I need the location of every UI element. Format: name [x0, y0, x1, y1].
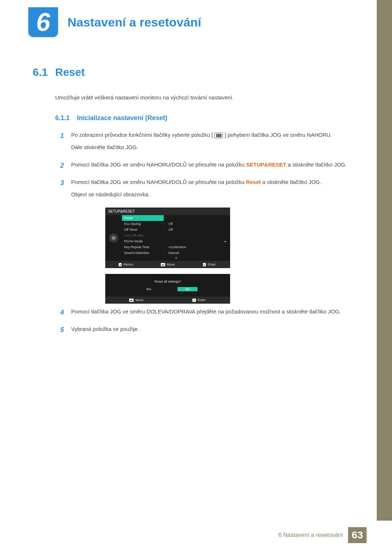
osd-footer-move: ◂▸Move: [147, 261, 189, 268]
osd-option-no: No: [177, 287, 198, 291]
emphasis-reset: Reset: [246, 179, 261, 185]
osd-footer-enter: ▸Enter: [188, 261, 230, 268]
osd-label: Source Detection: [124, 251, 164, 255]
emphasis-setup-reset: SETUP&RESET: [246, 161, 286, 168]
step-body: Pomocí tlačítka JOG ve směru NAHORU/DOLŮ…: [71, 160, 348, 173]
osd-row-eco: Eco Saving : Off: [122, 221, 230, 227]
section-title: Reset: [55, 66, 85, 78]
section-heading: 6.1 Reset: [33, 66, 348, 78]
step-number: 1: [60, 131, 71, 155]
osd-screenshot: SETUP&RESET Reset Eco Saving : Off Off T: [105, 208, 348, 304]
step-text: Vybraná položka se použije.: [71, 325, 348, 333]
osd-row-pcav: PC/AV Mode ▸: [122, 238, 230, 244]
osd-value: Off: [168, 222, 228, 226]
step-number: 5: [60, 325, 71, 337]
step-text: Po zobrazení průvodce funkčními tlačítky…: [71, 132, 213, 138]
subsection-number: 6.1.1: [55, 114, 77, 122]
step-text: Pomocí tlačítka JOG ve směru DOLEVA/DOPR…: [71, 307, 348, 316]
osd-footer: ◂Return ◂▸Move ▸Enter: [105, 261, 230, 268]
osd-confirm-question: Reset all settings?: [105, 274, 230, 287]
chapter-header: 6 Nastavení a resetování: [0, 0, 392, 37]
osd-title: SETUP&RESET: [105, 208, 230, 215]
osd-confirm-footer: ◂▸Move ↵Enter: [105, 296, 230, 304]
osd-row-keyrepeat: Key Repeat Time : Acceleration: [122, 244, 230, 250]
step-text: Pomocí tlačítka JOG ve směru NAHORU/DOLŮ…: [71, 179, 246, 185]
step-text: Dále stiskněte tlačítko JOG.: [71, 143, 348, 152]
section-intro: Umožňuje vrátit veškerá nastavení monito…: [55, 94, 348, 100]
step-body: Pomocí tlačítka JOG ve směru DOLEVA/DOPR…: [71, 307, 348, 320]
osd-footer-move: ◂▸Move: [105, 296, 168, 304]
menu-icon: [215, 133, 223, 138]
osd-confirm-options: Yes No: [105, 287, 230, 296]
osd-value: Acceleration: [168, 245, 228, 249]
subsection-title: Inicializace nastavení (Reset): [77, 114, 167, 122]
osd-value: Manual: [168, 251, 228, 255]
step-number: 3: [60, 178, 71, 202]
enter-icon: ↵: [192, 299, 196, 302]
osd-label: Eco Saving: [124, 222, 164, 226]
step-text: a stiskněte tlačítko JOG.: [261, 179, 322, 185]
osd-label: Off Timer: [124, 228, 164, 231]
osd-option-yes: Yes: [138, 287, 159, 291]
step-text: ] pohybem tlačítka JOG ve směru NAHORU.: [225, 132, 332, 138]
page-number: 63: [348, 527, 367, 543]
osd-row-sourcedetect: Source Detection : Manual: [122, 250, 230, 256]
step-body: Vybraná položka se použije.: [71, 325, 348, 337]
osd-menu: SETUP&RESET Reset Eco Saving : Off Off T: [105, 208, 230, 268]
page-footer: 6 Nastavení a resetování 63: [278, 527, 367, 543]
osd-confirm-dialog: Reset all settings? Yes No ◂▸Move ↵Enter: [105, 274, 230, 304]
step-3: 3 Pomocí tlačítka JOG ve směru NAHORU/DO…: [60, 178, 348, 202]
return-icon: ◂: [119, 263, 122, 266]
step-body: Pomocí tlačítka JOG ve směru NAHORU/DOLŮ…: [71, 178, 348, 202]
subsection-heading: 6.1.1 Inicializace nastavení (Reset): [55, 114, 348, 122]
step-2: 2 Pomocí tlačítka JOG ve směru NAHORU/DO…: [60, 160, 348, 173]
scroll-down-icon: ▾: [122, 256, 230, 261]
osd-label: Key Repeat Time: [124, 245, 164, 249]
move-icon: ◂▸: [129, 299, 134, 302]
step-number: 4: [60, 307, 71, 320]
gear-icon: [110, 234, 117, 242]
step-4: 4 Pomocí tlačítka JOG ve směru DOLEVA/DO…: [60, 307, 348, 320]
enter-icon: ▸: [203, 263, 206, 266]
osd-label: PC/AV Mode: [124, 239, 164, 243]
chevron-right-icon: ▸: [225, 239, 228, 243]
step-text: Pomocí tlačítka JOG ve směru NAHORU/DOLŮ…: [71, 161, 246, 168]
osd-row-offtimer: Off Timer : Off: [122, 227, 230, 233]
osd-row-reset: Reset: [122, 215, 164, 221]
osd-row-turnoff: Turn Off After: [122, 233, 230, 238]
osd-label: Reset: [124, 216, 162, 220]
footer-chapter-ref: 6 Nastavení a resetování: [278, 532, 343, 538]
step-body: Po zobrazení průvodce funkčními tlačítky…: [71, 131, 348, 155]
chapter-number-badge: 6: [28, 7, 58, 37]
chapter-title: Nastavení a resetování: [68, 15, 201, 29]
move-icon: ◂▸: [161, 263, 165, 266]
side-tab: [377, 0, 392, 521]
osd-value: Off: [168, 228, 228, 231]
osd-footer-enter: ↵Enter: [168, 296, 230, 304]
osd-label: Turn Off After: [124, 234, 164, 237]
step-1: 1 Po zobrazení průvodce funkčními tlačít…: [60, 131, 348, 155]
page-content: 6.1 Reset Umožňuje vrátit veškerá nastav…: [0, 37, 392, 337]
step-text: a stiskněte tlačítko JOG.: [286, 161, 347, 168]
osd-footer-return: ◂Return: [105, 261, 147, 268]
step-number: 2: [60, 160, 71, 173]
step-5: 5 Vybraná položka se použije.: [60, 325, 348, 337]
section-number: 6.1: [33, 66, 55, 78]
osd-sidebar: [105, 215, 122, 261]
step-text: Objeví se následující obrazovka.: [71, 190, 348, 199]
osd-list: Reset Eco Saving : Off Off Timer : Off T…: [122, 215, 230, 261]
